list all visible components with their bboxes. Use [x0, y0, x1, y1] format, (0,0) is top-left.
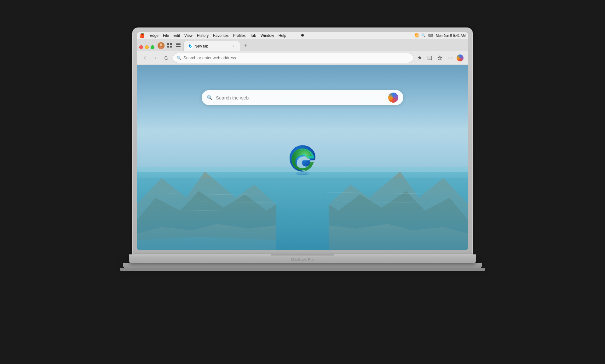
close-window-button[interactable] — [139, 45, 143, 49]
menu-history[interactable]: History — [197, 33, 209, 38]
macbook-lid: 🍎 Edge File Edit View History Favorites … — [132, 28, 473, 254]
svg-rect-6 — [170, 46, 172, 48]
traffic-lights — [139, 45, 154, 49]
menu-help[interactable]: Help — [279, 33, 286, 38]
macbook-hinge — [271, 254, 334, 256]
forward-button[interactable] — [151, 54, 160, 62]
search-copilot-button[interactable] — [388, 93, 398, 103]
macbook-base: MacBook Pro — [129, 254, 476, 263]
copilot-icon — [457, 54, 464, 61]
tab-title: New tab — [194, 44, 229, 48]
reading-view-button[interactable] — [425, 54, 434, 62]
macbook-outer: 🍎 Edge File Edit View History Favorites … — [129, 28, 476, 336]
svg-rect-19 — [137, 167, 468, 250]
toolbar: 🔍 Search or enter web address — [137, 51, 468, 65]
search-icon: 🔍 — [207, 95, 213, 100]
address-bar[interactable]: 🔍 Search or enter web address — [173, 53, 413, 63]
menu-profiles[interactable]: Profiles — [233, 33, 246, 38]
browser-window: 🍎 Edge File Edit View History Favorites … — [137, 32, 468, 250]
tab-close-button[interactable]: × — [231, 44, 236, 49]
menu-view[interactable]: View — [184, 33, 193, 38]
svg-point-1 — [160, 43, 162, 46]
collections-button[interactable] — [166, 42, 173, 49]
newtab-search-bar[interactable]: 🔍 Search the web — [202, 90, 403, 105]
svg-rect-5 — [167, 46, 169, 48]
screen-bezel: 🍎 Edge File Edit View History Favorites … — [137, 32, 468, 250]
svg-rect-3 — [167, 43, 169, 45]
siri-icon[interactable]: ⌨ — [428, 33, 433, 37]
menu-edge[interactable]: Edge — [150, 33, 158, 38]
edge-logo — [287, 144, 318, 175]
svg-point-15 — [450, 57, 451, 58]
date-time: Mon Jun 5 9:41 AM — [436, 34, 466, 37]
profile-avatar[interactable] — [158, 42, 164, 49]
menubar-right: 📶 🔍 ⌨ Mon Jun 5 9:41 AM — [414, 33, 466, 37]
svg-rect-7 — [176, 43, 181, 45]
edge-logo-container — [287, 144, 318, 176]
tab-manager-button[interactable] — [175, 42, 182, 49]
wifi-icon: 📶 — [414, 33, 419, 37]
address-search-icon: 🔍 — [177, 56, 182, 60]
menu-tab[interactable]: Tab — [250, 33, 256, 38]
macbook-feet — [120, 268, 485, 271]
menu-favorites[interactable]: Favorites — [213, 33, 228, 38]
svg-point-16 — [452, 57, 452, 58]
refresh-button[interactable] — [162, 54, 171, 62]
address-text: Search or enter web address — [183, 55, 409, 60]
add-to-favorites-button[interactable] — [435, 54, 444, 62]
search-input[interactable]: Search the web — [216, 95, 385, 100]
browser-content: 🔍 Search the web — [137, 65, 468, 250]
macbook-label: MacBook Pro — [291, 258, 314, 261]
camera — [301, 34, 304, 37]
menu-window[interactable]: Window — [261, 33, 274, 38]
tab-favicon — [187, 44, 193, 49]
new-tab-button[interactable]: + — [241, 41, 250, 50]
newtab-search-container: 🔍 Search the web — [202, 90, 403, 105]
apple-menu[interactable]: 🍎 — [139, 33, 145, 38]
menu-file[interactable]: File — [163, 33, 169, 38]
minimize-window-button[interactable] — [145, 45, 149, 49]
favorites-bar-toggle[interactable] — [415, 54, 424, 62]
back-button[interactable] — [141, 54, 149, 62]
svg-rect-8 — [176, 46, 181, 47]
copilot-button[interactable] — [456, 54, 464, 62]
toolbar-right — [415, 54, 464, 62]
menu-edit[interactable]: Edit — [173, 33, 180, 38]
svg-point-14 — [448, 57, 449, 58]
menubar-items: Edge File Edit View History Favorites Pr… — [150, 33, 286, 38]
macbook-bottom — [123, 263, 482, 268]
search-icon[interactable]: 🔍 — [421, 33, 426, 37]
current-tab[interactable]: New tab × — [183, 41, 240, 51]
tab-bar: New tab × + — [137, 39, 468, 51]
newtab-background: 🔍 Search the web — [137, 65, 468, 250]
browser-chrome: New tab × + — [137, 39, 468, 65]
more-tools-button[interactable] — [446, 54, 454, 62]
svg-rect-4 — [170, 43, 172, 45]
maximize-window-button[interactable] — [151, 45, 154, 49]
